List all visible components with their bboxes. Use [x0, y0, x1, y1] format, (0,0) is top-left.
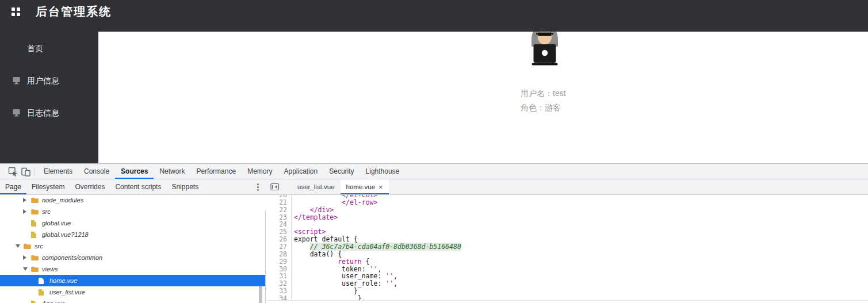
line-number[interactable]: 23	[266, 214, 291, 221]
inspect-element-icon[interactable]	[8, 167, 18, 177]
line-number[interactable]: 29	[266, 258, 291, 266]
folder-icon	[23, 242, 31, 250]
line-number[interactable]: 30	[266, 266, 291, 273]
tree-item-label: src	[42, 208, 51, 215]
tree-item-global-vue-1218[interactable]: global.vue?1218	[0, 229, 265, 240]
tree-item-label: global.vue	[42, 220, 71, 227]
tree-item-label: home.vue	[49, 277, 77, 284]
tree-item-label: src	[35, 243, 43, 250]
tree-item-global-vue[interactable]: global.vue	[0, 217, 265, 229]
file-tab-label: home.vue	[346, 179, 376, 194]
devtools-tab-sources[interactable]: Sources	[115, 164, 154, 179]
toolbar-divider	[35, 167, 35, 176]
folder-icon	[30, 254, 39, 262]
sources-subbar: PageFilesystemOverridesContent scriptsSn…	[0, 179, 868, 195]
tree-item-components-common[interactable]: components/common	[0, 252, 265, 263]
profile-field: 角色：游客	[521, 101, 566, 115]
devtools-main-tabs: ElementsConsoleSourcesNetworkPerformance…	[38, 164, 405, 179]
profile-field: 用户名：test	[521, 86, 566, 101]
line-number[interactable]: 22	[266, 206, 291, 214]
line-number[interactable]: 28	[266, 251, 291, 258]
app-header: 后台管理系统	[0, 0, 868, 32]
profile-info: 用户名：test角色：游客	[521, 86, 566, 115]
code-editor[interactable]: 20 </el-col>21 </el-row>22 </div>23</tem…	[266, 195, 868, 303]
devtools-tab-security[interactable]: Security	[323, 164, 360, 179]
chevron-right-icon[interactable]	[23, 198, 29, 202]
sidebar: 首页用户信息日志信息	[0, 32, 98, 164]
tree-item-node-modules[interactable]: node_modules	[0, 195, 265, 206]
file-icon	[30, 219, 39, 227]
line-number[interactable]: 33	[266, 287, 291, 295]
tree-item-label: user_list.vue	[49, 289, 85, 296]
navigator-tab-filesystem[interactable]: Filesystem	[26, 179, 70, 194]
close-icon[interactable]: ×	[378, 183, 383, 191]
tree-item-src[interactable]: src	[0, 206, 265, 217]
sidebar-item-label: 首页	[27, 44, 43, 54]
editor-file-tabs: user_list.vuehome.vue×	[292, 179, 389, 194]
devtools-tab-console[interactable]: Console	[78, 164, 115, 179]
line-number[interactable]: 25	[266, 228, 291, 236]
navigator-tab-snippets[interactable]: Snippets	[166, 179, 204, 194]
sources-body: node_modulessrcglobal.vueglobal.vue?1218…	[0, 195, 868, 303]
navigator-tab-page[interactable]: Page	[0, 179, 26, 194]
file-tab-user-list-vue[interactable]: user_list.vue	[292, 179, 341, 194]
devtools-tab-network[interactable]: Network	[154, 164, 190, 179]
monitor-icon	[13, 109, 20, 119]
line-number[interactable]: 20	[266, 195, 291, 199]
tree-item-user-list-vue[interactable]: user_list.vue	[0, 286, 265, 298]
chevron-down-icon[interactable]	[16, 244, 21, 248]
devtools-tab-lighthouse[interactable]: Lighthouse	[360, 164, 406, 179]
devtools-tab-application[interactable]: Application	[278, 164, 323, 179]
hide-navigator-icon[interactable]	[270, 183, 280, 191]
sidebar-item-首页[interactable]: 首页	[0, 32, 98, 64]
line-number[interactable]: 32	[266, 280, 291, 287]
chevron-right-icon[interactable]	[23, 209, 29, 214]
navigator-tabs: PageFilesystemOverridesContent scriptsSn…	[0, 179, 204, 194]
file-navigator: node_modulessrcglobal.vueglobal.vue?1218…	[0, 195, 265, 303]
chevron-right-icon[interactable]	[23, 255, 29, 260]
screen: 后台管理系统 首页用户信息日志信息 用户名：test角色：游客	[0, 0, 868, 303]
chevron-down-icon[interactable]	[23, 267, 29, 271]
folder-icon	[30, 265, 39, 273]
app-title: 后台管理系统	[36, 4, 112, 20]
devtools-panel: ElementsConsoleSourcesNetworkPerformance…	[0, 164, 868, 303]
folder-icon	[30, 208, 39, 216]
line-number[interactable]: 31	[266, 273, 291, 280]
menu-grid-icon[interactable]	[12, 7, 20, 16]
editor-footer-strip	[266, 301, 868, 303]
tree-item-label: node_modules	[42, 197, 83, 204]
line-number[interactable]: 21	[266, 199, 291, 206]
devtools-tab-elements[interactable]: Elements	[38, 164, 78, 179]
file-icon	[38, 288, 46, 296]
navigator-tab-content-scripts[interactable]: Content scripts	[110, 179, 166, 194]
devtools-tab-performance[interactable]: Performance	[190, 164, 242, 179]
device-toolbar-icon[interactable]	[21, 167, 31, 177]
sidebar-item-label: 日志信息	[27, 108, 59, 118]
code-text: </template>	[294, 213, 338, 221]
file-icon	[30, 300, 39, 303]
tree-item-label: components/common	[42, 254, 102, 261]
devtools-toolbar: ElementsConsoleSourcesNetworkPerformance…	[0, 164, 868, 179]
sidebar-item-日志信息[interactable]: 日志信息	[0, 97, 98, 129]
tree-item-views[interactable]: views	[0, 263, 265, 275]
line-number[interactable]: 24	[266, 221, 291, 228]
file-tab-label: user_list.vue	[297, 179, 335, 194]
devtools-tab-memory[interactable]: Memory	[242, 164, 278, 179]
sidebar-item-用户信息[interactable]: 用户信息	[0, 64, 98, 97]
file-icon	[30, 231, 39, 239]
navigator-tab-overrides[interactable]: Overrides	[70, 179, 110, 194]
user-avatar-hacker-image	[526, 32, 563, 67]
file-tab-home-vue[interactable]: home.vue×	[341, 179, 389, 194]
main-content: 用户名：test角色：游客	[98, 32, 868, 164]
line-number[interactable]: 27	[266, 243, 291, 251]
tree-item-src[interactable]: src	[0, 240, 265, 252]
sidebar-item-label: 用户信息	[27, 76, 59, 86]
tree-item-label: App.vue	[42, 300, 65, 303]
more-options-icon[interactable]	[254, 182, 262, 191]
tree-item-label: views	[42, 266, 58, 273]
tree-item-app-vue[interactable]: App.vue	[0, 298, 265, 303]
tree-item-home-vue[interactable]: home.vue	[0, 275, 265, 286]
line-number[interactable]: 26	[266, 236, 291, 243]
monitor-icon	[13, 76, 20, 87]
code-line-23: 23</template>	[266, 214, 338, 221]
